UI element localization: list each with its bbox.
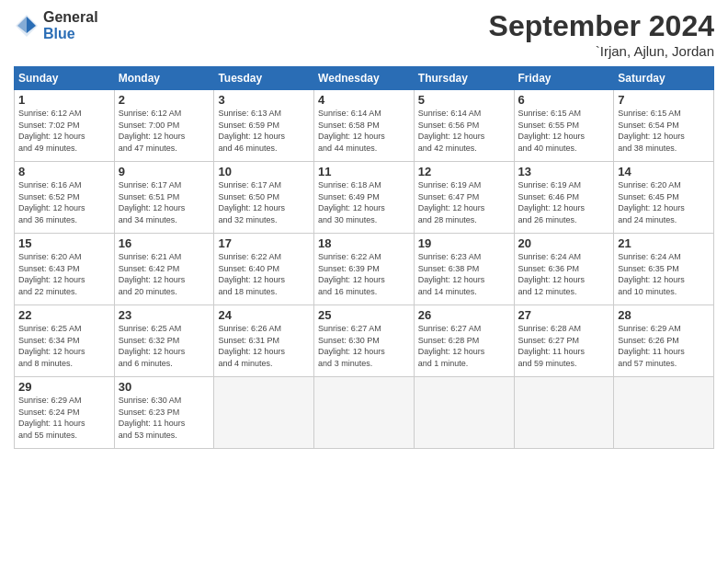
- day-number: 9: [119, 165, 210, 178]
- table-row: 2 Sunrise: 6:12 AM Sunset: 7:00 PM Dayli…: [114, 90, 214, 162]
- logo-general-text: General: [43, 9, 98, 26]
- empty-cell: [614, 377, 714, 449]
- day-number: 17: [218, 236, 310, 250]
- day-number: 6: [518, 93, 610, 107]
- calendar-table: Sunday Monday Tuesday Wednesday Thursday…: [14, 66, 714, 449]
- table-row: 12 Sunrise: 6:19 AM Sunset: 6:47 PM Dayl…: [414, 162, 514, 234]
- day-info: Sunrise: 6:25 AM Sunset: 6:32 PM Dayligh…: [119, 323, 210, 369]
- day-info: Sunrise: 6:15 AM Sunset: 6:54 PM Dayligh…: [618, 108, 710, 154]
- table-row: 16 Sunrise: 6:21 AM Sunset: 6:42 PM Dayl…: [114, 234, 214, 305]
- day-number: 29: [18, 380, 110, 394]
- table-row: 21 Sunrise: 6:24 AM Sunset: 6:35 PM Dayl…: [614, 234, 714, 305]
- table-row: 11 Sunrise: 6:18 AM Sunset: 6:49 PM Dayl…: [314, 162, 415, 234]
- day-number: 11: [318, 165, 410, 178]
- day-info: Sunrise: 6:20 AM Sunset: 6:45 PM Dayligh…: [618, 179, 710, 225]
- day-info: Sunrise: 6:25 AM Sunset: 6:34 PM Dayligh…: [18, 323, 110, 369]
- table-row: 3 Sunrise: 6:13 AM Sunset: 6:59 PM Dayli…: [214, 90, 314, 162]
- day-info: Sunrise: 6:17 AM Sunset: 6:51 PM Dayligh…: [119, 179, 210, 225]
- day-info: Sunrise: 6:22 AM Sunset: 6:40 PM Dayligh…: [218, 251, 310, 297]
- day-number: 20: [518, 236, 610, 250]
- day-number: 28: [618, 308, 710, 322]
- table-row: 28 Sunrise: 6:29 AM Sunset: 6:26 PM Dayl…: [614, 305, 714, 377]
- day-number: 12: [418, 165, 510, 178]
- day-info: Sunrise: 6:29 AM Sunset: 6:24 PM Dayligh…: [18, 395, 110, 441]
- header-row: Sunday Monday Tuesday Wednesday Thursday…: [15, 67, 714, 90]
- day-number: 23: [119, 308, 210, 322]
- day-info: Sunrise: 6:13 AM Sunset: 6:59 PM Dayligh…: [218, 108, 310, 154]
- day-number: 22: [18, 308, 110, 322]
- table-row: 1 Sunrise: 6:12 AM Sunset: 7:02 PM Dayli…: [15, 90, 115, 162]
- calendar-week-row: 22 Sunrise: 6:25 AM Sunset: 6:34 PM Dayl…: [15, 305, 714, 377]
- calendar-body: 1 Sunrise: 6:12 AM Sunset: 7:02 PM Dayli…: [15, 90, 714, 449]
- day-info: Sunrise: 6:15 AM Sunset: 6:55 PM Dayligh…: [518, 108, 610, 154]
- title-block: September 2024 `Irjan, Ajlun, Jordan: [489, 9, 714, 59]
- table-row: 22 Sunrise: 6:25 AM Sunset: 6:34 PM Dayl…: [15, 305, 115, 377]
- day-info: Sunrise: 6:24 AM Sunset: 6:36 PM Dayligh…: [518, 251, 610, 297]
- day-number: 27: [518, 308, 610, 322]
- table-row: 29 Sunrise: 6:29 AM Sunset: 6:24 PM Dayl…: [15, 377, 115, 449]
- day-info: Sunrise: 6:12 AM Sunset: 7:00 PM Dayligh…: [119, 108, 210, 154]
- table-row: 9 Sunrise: 6:17 AM Sunset: 6:51 PM Dayli…: [114, 162, 214, 234]
- day-number: 25: [318, 308, 410, 322]
- empty-cell: [214, 377, 314, 449]
- day-number: 18: [318, 236, 410, 250]
- table-row: 30 Sunrise: 6:30 AM Sunset: 6:23 PM Dayl…: [114, 377, 214, 449]
- table-row: 5 Sunrise: 6:14 AM Sunset: 6:56 PM Dayli…: [414, 90, 514, 162]
- day-info: Sunrise: 6:17 AM Sunset: 6:50 PM Dayligh…: [218, 179, 310, 225]
- day-number: 19: [418, 236, 510, 250]
- day-info: Sunrise: 6:30 AM Sunset: 6:23 PM Dayligh…: [119, 395, 210, 441]
- day-number: 16: [119, 236, 210, 250]
- table-row: 6 Sunrise: 6:15 AM Sunset: 6:55 PM Dayli…: [514, 90, 614, 162]
- day-info: Sunrise: 6:27 AM Sunset: 6:28 PM Dayligh…: [418, 323, 510, 369]
- day-info: Sunrise: 6:19 AM Sunset: 6:46 PM Dayligh…: [518, 179, 610, 225]
- col-tuesday: Tuesday: [214, 67, 314, 90]
- table-row: 7 Sunrise: 6:15 AM Sunset: 6:54 PM Dayli…: [614, 90, 714, 162]
- col-thursday: Thursday: [414, 67, 514, 90]
- table-row: 25 Sunrise: 6:27 AM Sunset: 6:30 PM Dayl…: [314, 305, 415, 377]
- day-info: Sunrise: 6:16 AM Sunset: 6:52 PM Dayligh…: [18, 179, 110, 225]
- table-row: 10 Sunrise: 6:17 AM Sunset: 6:50 PM Dayl…: [214, 162, 314, 234]
- table-row: 8 Sunrise: 6:16 AM Sunset: 6:52 PM Dayli…: [15, 162, 115, 234]
- day-number: 1: [18, 93, 110, 107]
- table-row: 23 Sunrise: 6:25 AM Sunset: 6:32 PM Dayl…: [114, 305, 214, 377]
- logo-text: General Blue: [43, 9, 98, 41]
- empty-cell: [414, 377, 514, 449]
- day-info: Sunrise: 6:21 AM Sunset: 6:42 PM Dayligh…: [119, 251, 210, 297]
- month-title: September 2024: [489, 9, 714, 43]
- calendar-week-row: 1 Sunrise: 6:12 AM Sunset: 7:02 PM Dayli…: [15, 90, 714, 162]
- day-number: 15: [18, 236, 110, 250]
- empty-cell: [314, 377, 415, 449]
- day-info: Sunrise: 6:24 AM Sunset: 6:35 PM Dayligh…: [618, 251, 710, 297]
- col-friday: Friday: [514, 67, 614, 90]
- header: General Blue September 2024 `Irjan, Ajlu…: [14, 9, 714, 59]
- table-row: 19 Sunrise: 6:23 AM Sunset: 6:38 PM Dayl…: [414, 234, 514, 305]
- day-number: 3: [218, 93, 310, 107]
- calendar-week-row: 8 Sunrise: 6:16 AM Sunset: 6:52 PM Dayli…: [15, 162, 714, 234]
- calendar-week-row: 29 Sunrise: 6:29 AM Sunset: 6:24 PM Dayl…: [15, 377, 714, 449]
- logo-blue-text: Blue: [43, 26, 98, 42]
- day-info: Sunrise: 6:12 AM Sunset: 7:02 PM Dayligh…: [18, 108, 110, 154]
- day-number: 14: [618, 165, 710, 178]
- day-info: Sunrise: 6:29 AM Sunset: 6:26 PM Dayligh…: [618, 323, 710, 369]
- col-saturday: Saturday: [614, 67, 714, 90]
- calendar-week-row: 15 Sunrise: 6:20 AM Sunset: 6:43 PM Dayl…: [15, 234, 714, 305]
- day-info: Sunrise: 6:28 AM Sunset: 6:27 PM Dayligh…: [518, 323, 610, 369]
- table-row: 14 Sunrise: 6:20 AM Sunset: 6:45 PM Dayl…: [614, 162, 714, 234]
- day-number: 5: [418, 93, 510, 107]
- calendar-page: General Blue September 2024 `Irjan, Ajlu…: [0, 0, 728, 563]
- day-number: 7: [618, 93, 710, 107]
- table-row: 4 Sunrise: 6:14 AM Sunset: 6:58 PM Dayli…: [314, 90, 415, 162]
- day-number: 21: [618, 236, 710, 250]
- day-number: 10: [218, 165, 310, 178]
- table-row: 18 Sunrise: 6:22 AM Sunset: 6:39 PM Dayl…: [314, 234, 415, 305]
- table-row: 13 Sunrise: 6:19 AM Sunset: 6:46 PM Dayl…: [514, 162, 614, 234]
- day-number: 2: [119, 93, 210, 107]
- day-number: 30: [119, 380, 210, 394]
- day-number: 13: [518, 165, 610, 178]
- table-row: 24 Sunrise: 6:26 AM Sunset: 6:31 PM Dayl…: [214, 305, 314, 377]
- day-info: Sunrise: 6:22 AM Sunset: 6:39 PM Dayligh…: [318, 251, 410, 297]
- day-info: Sunrise: 6:14 AM Sunset: 6:56 PM Dayligh…: [418, 108, 510, 154]
- col-monday: Monday: [114, 67, 214, 90]
- day-number: 8: [18, 165, 110, 178]
- table-row: 27 Sunrise: 6:28 AM Sunset: 6:27 PM Dayl…: [514, 305, 614, 377]
